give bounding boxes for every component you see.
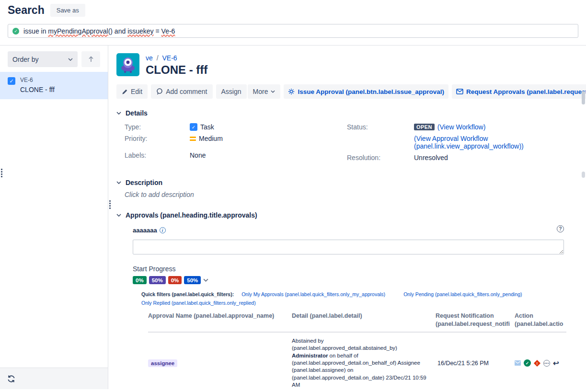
approval-name-badge: assignee xyxy=(148,359,177,367)
vertical-scrollbar-thumb[interactable] xyxy=(582,172,585,178)
type-label: Type: xyxy=(125,123,190,131)
task-type-icon: ✓ xyxy=(8,77,15,85)
search-result-item-ve6[interactable]: ✓ VE-6 CLONE - fff xyxy=(0,72,108,99)
priority-value: Medium xyxy=(199,135,223,142)
approvals-table: Approval Name (panel.label.approval_name… xyxy=(148,312,566,389)
col-approval-name: Approval Name (panel.label.approval_name… xyxy=(148,312,292,328)
page-title: Search xyxy=(8,4,45,17)
pencil-icon xyxy=(122,89,128,95)
chevron-down-icon xyxy=(68,58,73,61)
filter-only-replied[interactable]: Only Replied (panel.label.quick_filters.… xyxy=(141,300,256,306)
chevron-down-icon xyxy=(116,181,121,184)
action-icons: ✓ ! ••• ↩ xyxy=(515,359,566,367)
labels-value: None xyxy=(190,151,206,159)
approval-field-label: aaaaaaa xyxy=(133,227,157,234)
details-section: Details Type: ✓ Task Priority: xyxy=(116,109,575,165)
status-badge: OPEN xyxy=(414,124,435,130)
percent-badge-row: 0% 50% 0% 50% xyxy=(133,276,564,284)
comment-icon xyxy=(156,88,163,95)
edit-button[interactable]: Edit xyxy=(116,84,148,99)
assign-more-button-group: Assign More xyxy=(216,84,281,99)
description-section: Description Click to add description xyxy=(116,179,575,198)
request-notification-date: 16/Dec/21 5:26 PM xyxy=(436,360,515,367)
quick-filters-label: Quick filters (panel.label.quick_filters… xyxy=(141,291,234,297)
approvals-section: Approvals (panel.heading.title.approvals… xyxy=(116,211,575,389)
gear-icon xyxy=(288,88,295,95)
quick-filters: Quick filters (panel.label.quick_filters… xyxy=(141,291,564,306)
issue-toolbar: Edit Add comment Assign More xyxy=(116,84,575,99)
order-by-dropdown[interactable]: Order by xyxy=(8,51,78,67)
issue-detail-panel: ve / VE-6 CLONE - fff Edit xyxy=(108,46,586,389)
view-approval-workflow-link[interactable]: (View Approval Workflow (panel.link.view… xyxy=(414,135,575,150)
priority-medium-icon xyxy=(190,137,196,141)
panel-resize-handle[interactable] xyxy=(109,200,111,209)
assign-button[interactable]: Assign xyxy=(216,84,247,99)
jql-search-input[interactable]: ✓ issue in myPendingApproval() and issue… xyxy=(8,24,578,38)
query-bar: ✓ issue in myPendingApproval() and issue… xyxy=(0,19,586,46)
search-header: Search Save as xyxy=(0,0,586,19)
approvals-table-header: Approval Name (panel.label.approval_name… xyxy=(148,312,566,333)
vertical-scrollbar-thumb[interactable] xyxy=(582,91,585,104)
breadcrumb-issue-link[interactable]: VE-6 xyxy=(162,54,177,62)
col-detail: Detail (panel.label.detail) xyxy=(292,312,436,328)
refresh-icon[interactable] xyxy=(7,375,15,383)
approvals-section-header[interactable]: Approvals (panel.heading.title.approvals… xyxy=(116,211,575,219)
issue-title: CLONE - fff xyxy=(146,63,207,77)
issue-approval-button[interactable]: Issue Approval (panel.btn.label.issue_ap… xyxy=(284,84,448,99)
resolution-label: Resolution: xyxy=(347,154,414,161)
chevron-down-icon[interactable] xyxy=(203,278,208,282)
table-row: assignee Abstained by (panel.label.appro… xyxy=(148,333,566,389)
status-label: Status: xyxy=(347,123,414,131)
sort-direction-button[interactable] xyxy=(81,51,100,67)
approval-comment-textarea[interactable] xyxy=(133,240,564,254)
search-results-sidebar: Order by ✓ VE-6 CLONE - fff xyxy=(0,46,108,389)
col-action: Action (panel.label.actio xyxy=(515,312,566,328)
breadcrumb: ve / VE-6 xyxy=(146,54,207,62)
request-approvals-button[interactable]: Request Approvals (panel.label.request_a… xyxy=(452,84,586,99)
type-value: Task xyxy=(200,123,214,131)
result-issue-key: VE-6 xyxy=(20,77,55,83)
chevron-down-icon xyxy=(116,214,121,217)
approve-icon[interactable]: ✓ xyxy=(524,359,531,367)
chevron-down-icon xyxy=(116,112,121,115)
mail-icon xyxy=(456,89,463,94)
order-by-label: Order by xyxy=(12,56,38,63)
save-as-button[interactable]: Save as xyxy=(50,4,85,17)
details-section-header[interactable]: Details xyxy=(116,109,575,117)
priority-label: Priority: xyxy=(125,135,190,142)
task-type-icon: ✓ xyxy=(190,123,197,131)
percent-badge: 0% xyxy=(133,276,147,284)
col-request-notification: Request Notification (panel.label.reques… xyxy=(436,312,515,328)
reject-icon[interactable]: ! xyxy=(534,360,540,367)
jira-issue-search-page: Search Save as ✓ issue in myPendingAppro… xyxy=(0,0,586,392)
percent-badge: 50% xyxy=(184,276,201,284)
project-avatar xyxy=(116,53,139,76)
resolution-value: Unresolved xyxy=(414,154,448,161)
help-icon[interactable]: ? xyxy=(557,225,564,232)
more-button[interactable]: More xyxy=(248,84,281,99)
add-description-placeholder[interactable]: Click to add description xyxy=(125,191,575,198)
view-workflow-link[interactable]: (View Workflow) xyxy=(437,123,486,131)
labels-label: Labels: xyxy=(125,151,190,159)
ellipsis-icon[interactable]: ••• xyxy=(543,360,550,367)
percent-badge: 0% xyxy=(168,276,182,284)
query-valid-icon: ✓ xyxy=(12,28,19,35)
mail-icon[interactable] xyxy=(515,360,521,366)
jql-query-text: issue in myPendingApproval() and issueke… xyxy=(23,27,175,35)
percent-badge: 50% xyxy=(149,276,166,284)
arrow-up-icon xyxy=(88,56,94,62)
reply-icon[interactable]: ↩ xyxy=(553,359,559,367)
start-progress-transition[interactable]: Start Progress xyxy=(133,265,564,273)
approval-detail: Abstained by (panel.label.approved_detai… xyxy=(292,337,436,389)
sidebar-footer xyxy=(0,368,108,389)
breadcrumb-project-link[interactable]: ve xyxy=(146,54,153,62)
filter-only-pending[interactable]: Only Pending (panel.label.quick_filters.… xyxy=(403,291,522,297)
result-issue-summary: CLONE - fff xyxy=(20,86,55,93)
chevron-down-icon xyxy=(271,90,275,93)
filter-only-my-approvals[interactable]: Only My Approvals (panel.label.quick_fil… xyxy=(241,291,385,297)
description-section-header[interactable]: Description xyxy=(116,179,575,186)
add-comment-button[interactable]: Add comment xyxy=(151,84,212,99)
panel-resize-handle[interactable] xyxy=(1,169,2,177)
info-icon[interactable]: i xyxy=(160,227,166,233)
